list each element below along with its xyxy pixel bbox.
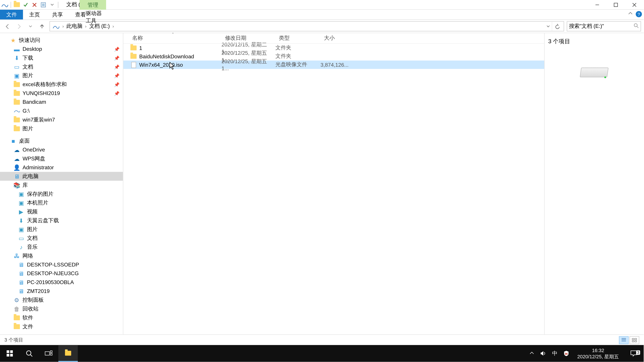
nav-tianyi[interactable]: ⬇天翼云盘下载 bbox=[0, 216, 123, 225]
breadcrumb-root-icon[interactable] bbox=[51, 22, 62, 31]
search-icon[interactable] bbox=[634, 23, 639, 30]
nav-yunqishi[interactable]: YUNQISHI2019📌 bbox=[0, 89, 123, 98]
nav-files[interactable]: 文件 bbox=[0, 322, 123, 331]
tab-file[interactable]: 文件 bbox=[0, 10, 23, 19]
download-icon: ⬇ bbox=[18, 217, 25, 224]
folder-icon[interactable] bbox=[13, 1, 21, 8]
nav-desktop-root[interactable]: ■桌面 bbox=[0, 137, 123, 145]
column-date[interactable]: 修改日期 bbox=[222, 34, 276, 42]
nav-pictures2[interactable]: 图片 bbox=[0, 124, 123, 133]
app-icon bbox=[1, 1, 9, 8]
nav-bandicam[interactable]: Bandicam bbox=[0, 98, 123, 107]
nav-excel-help[interactable]: excel表格制作求和📌 bbox=[0, 80, 123, 89]
nav-control-panel[interactable]: ⚙控制面板 bbox=[0, 296, 123, 304]
forward-button[interactable] bbox=[14, 21, 24, 31]
cloud-icon: ☁ bbox=[13, 146, 20, 153]
icons-view-button[interactable] bbox=[630, 336, 639, 344]
volume-icon[interactable] bbox=[539, 350, 547, 357]
search-box[interactable]: 搜索"文档 (E:)" bbox=[567, 21, 641, 31]
nav-pictures[interactable]: ▣图片📌 bbox=[0, 71, 123, 80]
nav-pc1[interactable]: 🖥DESKTOP-LSSOEDP bbox=[0, 260, 123, 269]
file-row-selected[interactable]: Win7x64_2020.iso 2020/12/25, 星期五 1... 光盘… bbox=[123, 60, 544, 69]
minimize-button[interactable] bbox=[588, 0, 606, 10]
details-count: 3 个项目 bbox=[548, 37, 640, 45]
iso-file-icon bbox=[130, 61, 137, 68]
security-icon[interactable] bbox=[562, 350, 570, 357]
taskbar-clock[interactable]: 16:32 2020/12/25, 星期五 bbox=[574, 347, 622, 360]
status-text: 3 个项目 bbox=[4, 337, 23, 344]
details-view-button[interactable] bbox=[619, 336, 628, 344]
ime-icon[interactable]: 中 bbox=[551, 350, 559, 357]
nav-quick-access[interactable]: ★快速访问 bbox=[0, 36, 123, 45]
back-button[interactable] bbox=[3, 21, 12, 31]
file-row[interactable]: BaiduNetdiskDownload 2020/12/25, 星期五 1..… bbox=[123, 52, 544, 60]
navigation-pane: ★快速访问 ▬Desktop📌 ⬇下载📌 ▭文档📌 ▣图片📌 excel表格制作… bbox=[0, 33, 123, 335]
library-icon: 📚 bbox=[13, 182, 20, 189]
pictures-icon: ▣ bbox=[18, 199, 25, 206]
chevron-right-icon[interactable]: › bbox=[62, 24, 64, 29]
folder-icon bbox=[130, 44, 137, 51]
nav-pc2[interactable]: 🖥DESKTOP-NJEU3CG bbox=[0, 269, 123, 278]
nav-administrator[interactable]: 👤Administrator bbox=[0, 163, 123, 172]
notification-badge: 3 bbox=[636, 350, 640, 355]
column-size[interactable]: 大小 bbox=[320, 34, 347, 42]
nav-pc3[interactable]: 🖥PC-20190530OBLA bbox=[0, 278, 123, 287]
nav-music[interactable]: ♪音乐 bbox=[0, 243, 123, 251]
properties-icon[interactable] bbox=[40, 1, 47, 8]
nav-videos[interactable]: ▶视频 bbox=[0, 207, 123, 216]
delete-icon[interactable] bbox=[30, 1, 38, 8]
nav-network[interactable]: 🖧网络 bbox=[0, 251, 123, 260]
taskbar: 中 16:32 2020/12/25, 星期五 3 bbox=[0, 345, 644, 362]
maximize-button[interactable] bbox=[606, 0, 625, 10]
nav-onedrive[interactable]: ☁OneDrive bbox=[0, 145, 123, 154]
up-button[interactable] bbox=[37, 21, 47, 31]
column-headers: ˄ 名称 修改日期 类型 大小 bbox=[123, 33, 544, 44]
close-button[interactable] bbox=[625, 0, 644, 10]
pictures-icon: ▣ bbox=[13, 72, 20, 79]
folder-icon bbox=[13, 116, 20, 123]
svg-rect-2 bbox=[614, 3, 618, 6]
refresh-button[interactable] bbox=[552, 22, 563, 31]
control-panel-icon: ⚙ bbox=[13, 297, 20, 304]
tab-home[interactable]: 主页 bbox=[23, 10, 46, 19]
help-icon[interactable]: ? bbox=[636, 11, 642, 17]
nav-downloads[interactable]: ⬇下载📌 bbox=[0, 53, 123, 62]
pin-icon: 📌 bbox=[114, 73, 120, 78]
nav-software[interactable]: 软件 bbox=[0, 313, 123, 322]
file-explorer-taskbar-button[interactable] bbox=[58, 345, 78, 362]
tray-overflow-icon[interactable] bbox=[528, 350, 536, 357]
drive-icon bbox=[13, 107, 20, 114]
checkmark-icon[interactable] bbox=[22, 1, 30, 8]
nav-documents-lib[interactable]: ▭文档 bbox=[0, 234, 123, 243]
context-tab-manage[interactable]: 管理 bbox=[80, 0, 106, 10]
pin-icon: 📌 bbox=[114, 55, 120, 60]
tab-share[interactable]: 共享 bbox=[46, 10, 69, 19]
file-row[interactable]: 1 2020/12/15, 星期二 1... 文件夹 bbox=[123, 44, 544, 52]
tab-drive-tools[interactable]: 驱动器工具 bbox=[80, 10, 113, 25]
address-bar[interactable]: › 此电脑 › 文档 (E:) › bbox=[50, 21, 564, 31]
start-button[interactable] bbox=[0, 345, 20, 362]
action-center-button[interactable]: 3 bbox=[626, 350, 642, 357]
recycle-bin-icon: 🗑 bbox=[13, 305, 20, 312]
address-dropdown-icon[interactable] bbox=[545, 23, 552, 29]
status-bar: 3 个项目 bbox=[0, 334, 644, 345]
qat-dropdown-icon[interactable] bbox=[48, 1, 56, 8]
nav-pc4[interactable]: 🖥ZMT2019 bbox=[0, 287, 123, 296]
search-button[interactable] bbox=[20, 345, 39, 362]
nav-desktop[interactable]: ▬Desktop📌 bbox=[0, 44, 123, 53]
nav-pictures-lib[interactable]: ▣图片 bbox=[0, 225, 123, 234]
nav-libraries[interactable]: 📚库 bbox=[0, 181, 123, 190]
pictures-icon: ▣ bbox=[18, 226, 25, 233]
nav-saved-pictures[interactable]: ▣保存的图片 bbox=[0, 190, 123, 198]
nav-wps[interactable]: ☁WPS网盘 bbox=[0, 154, 123, 163]
nav-recycle-bin[interactable]: 🗑回收站 bbox=[0, 304, 123, 313]
nav-this-pc[interactable]: 🖥此电脑 bbox=[0, 172, 123, 181]
task-view-button[interactable] bbox=[39, 345, 58, 362]
recent-dropdown-icon[interactable] bbox=[26, 21, 36, 31]
column-type[interactable]: 类型 bbox=[276, 34, 320, 42]
nav-g-drive[interactable]: G:\ bbox=[0, 106, 123, 115]
nav-camera-roll[interactable]: ▣本机照片 bbox=[0, 198, 123, 207]
nav-documents[interactable]: ▭文档📌 bbox=[0, 62, 123, 71]
nav-win7-reinstall[interactable]: win7重装win7 bbox=[0, 115, 123, 124]
collapse-ribbon-icon[interactable] bbox=[628, 11, 633, 18]
